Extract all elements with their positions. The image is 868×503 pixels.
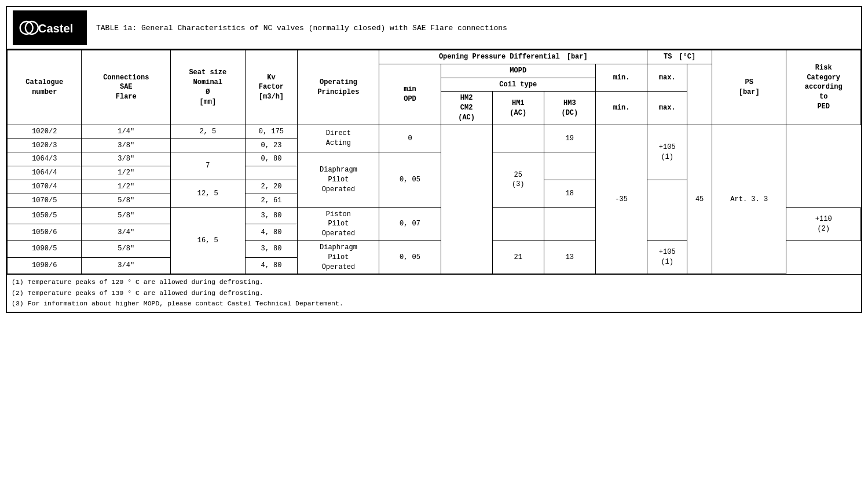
col-header-ts: TS [°C]	[647, 50, 712, 64]
kv-1050-6: 4, 80	[245, 224, 298, 241]
hm1-21: 21	[492, 240, 544, 274]
conn-1070-4: 1/2″	[82, 180, 171, 194]
col-header-connections: ConnectionsSAEFlare	[82, 50, 171, 125]
hm2-empty	[441, 125, 492, 274]
col-header-hm1: HM1(AC)	[492, 92, 544, 125]
col-header-mopd: MOPD	[441, 64, 595, 78]
hm3-19: 19	[544, 125, 595, 152]
kv-1070-5: 2, 61	[245, 194, 298, 207]
op-direct: DirectActing	[298, 125, 379, 152]
col-header-ts-min2: min.	[595, 92, 647, 125]
cat-1050-6: 1050/6	[8, 224, 82, 241]
conn-1050-5: 5/8″	[82, 207, 171, 224]
seat-1020-2: 2, 5	[171, 125, 245, 138]
col-header-ts-max: max.	[647, 64, 687, 92]
cat-1070-5: 1070/5	[8, 194, 82, 207]
cat-1070-4: 1070/4	[8, 180, 82, 194]
ts-max-110: +110(2)	[786, 207, 861, 240]
col-header-ts-min: min.	[595, 64, 647, 92]
castel-logo: Castel	[13, 10, 87, 45]
hm1-empty-1050	[492, 207, 544, 240]
ts-max-105-2: +105(1)	[647, 240, 687, 274]
kv-1090-6: 4, 80	[245, 257, 298, 274]
footnote-3: (3) For information about higher MOPD, p…	[12, 298, 856, 309]
conn-1064-3: 3/8″	[82, 152, 171, 166]
footnote-1: (1) Temperature peaks of 120 ° C are all…	[12, 277, 856, 287]
seat-125: 12, 5	[171, 180, 245, 207]
op-diaphragm: DiaphragmPilotOperated	[298, 152, 379, 207]
conn-1064-4: 1/2″	[82, 166, 171, 180]
op-piston: PistonPilotOperated	[298, 207, 379, 240]
kv-1020-3: 0, 23	[245, 138, 298, 152]
hm1-25: 25(3)	[492, 152, 544, 207]
hm3-18: 18	[544, 180, 595, 207]
kv-1070-4: 2, 20	[245, 180, 298, 194]
cat-1050-5: 1050/5	[8, 207, 82, 224]
col-header-opd-group: Opening Pressure Differential [bar]	[379, 50, 647, 64]
cat-1020-3: 1020/3	[8, 138, 82, 152]
cat-1090-5: 1090/5	[8, 240, 82, 257]
hm1-empty-1020	[492, 125, 544, 152]
kv-1020-2: 0, 175	[245, 125, 298, 138]
col-header-ts-max2: max.	[647, 92, 687, 125]
ts-max-empty-mid	[647, 180, 687, 240]
col-header-min-opd: minOPD	[379, 64, 441, 125]
col-header-ps: PS[bar]	[712, 50, 786, 125]
conn-1020-2: 1/4″	[82, 125, 171, 138]
kv-1090-5: 3, 80	[245, 240, 298, 257]
main-table: Cataloguenumber ConnectionsSAEFlare Seat…	[7, 50, 861, 274]
col-header-hm2: HM2CM2(AC)	[441, 92, 492, 125]
header: Castel TABLE 1a: General Characteristics…	[7, 7, 861, 50]
seat-165: 16, 5	[171, 207, 245, 274]
kv-1064-3: 0, 80	[245, 152, 298, 166]
col-header-operating: OperatingPrinciples	[298, 50, 379, 125]
seat-7: 7	[171, 152, 245, 180]
kv-1050-5: 3, 80	[245, 207, 298, 224]
min-opd-005: 0, 05	[379, 152, 441, 207]
op-diaphragm-2: DiaphragmPilotOperated	[298, 240, 379, 274]
hm3-empty-1050	[544, 207, 595, 240]
seat-1020-3	[171, 138, 245, 152]
conn-1020-3: 3/8″	[82, 138, 171, 152]
col-header-catalogue: Cataloguenumber	[8, 50, 82, 125]
ts-min-35: -35	[595, 125, 647, 274]
col-header-hm3: HM3(DC)	[544, 92, 595, 125]
cat-1064-3: 1064/3	[8, 152, 82, 166]
risk-art33: Art. 3. 3	[712, 125, 786, 274]
col-header-risk: RiskCategoryaccordingtoPED	[786, 50, 861, 125]
hm3-13: 13	[544, 240, 595, 274]
col-header-kv: KvFactor[m3/h]	[245, 50, 298, 125]
footnote-2: (2) Temperature peaks of 130 ° C are all…	[12, 288, 856, 298]
table-row: 1020/2 1/4″ 2, 5 0, 175 DirectActing 0 1…	[8, 125, 861, 138]
cat-1064-4: 1064/4	[8, 166, 82, 180]
svg-text:Castel: Castel	[38, 22, 74, 35]
conn-1070-5: 5/8″	[82, 194, 171, 207]
header-title: TABLE 1a: General Characteristics of NC …	[96, 24, 855, 32]
hm3-empty-1064	[544, 152, 595, 180]
conn-1090-5: 5/8″	[82, 240, 171, 257]
min-opd-005-2: 0, 05	[379, 240, 441, 274]
kv-1064-4	[245, 166, 298, 180]
min-opd-0: 0	[379, 125, 441, 152]
ps-45: 45	[687, 125, 712, 274]
footer-notes: (1) Temperature peaks of 120 ° C are all…	[7, 274, 861, 311]
ts-max-105-1: +105(1)	[647, 125, 687, 180]
cat-1020-2: 1020/2	[8, 125, 82, 138]
conn-1050-6: 3/4″	[82, 224, 171, 241]
col-header-coil-type: Coil type	[441, 78, 595, 92]
conn-1090-6: 3/4″	[82, 257, 171, 274]
cat-1090-6: 1090/6	[8, 257, 82, 274]
min-opd-007: 0, 07	[379, 207, 441, 240]
page-wrapper: Castel TABLE 1a: General Characteristics…	[6, 6, 862, 313]
col-header-seat-size: Seat sizeNominalØ[mm]	[171, 50, 245, 125]
